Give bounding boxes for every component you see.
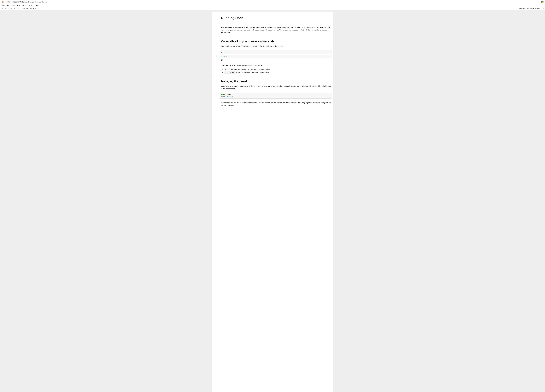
page-title: Running Code — [221, 16, 331, 21]
svg-point-1 — [2, 3, 2, 3]
menu-kernel[interactable]: Kernel — [21, 4, 27, 7]
input-prompt: [3]: — [214, 93, 220, 99]
restart-icon — [23, 8, 25, 9]
cut-icon — [8, 8, 10, 9]
list-item: Ctrl-Enter run the current cell and ente… — [224, 71, 331, 74]
markdown-cell[interactable]: Managing the Kernel Code is run in a sep… — [212, 76, 333, 92]
cell-output: 10 — [220, 59, 331, 61]
play-button-reference — [260, 45, 263, 47]
cell-type-label: Markdown — [30, 8, 37, 9]
save-icon — [2, 8, 4, 9]
menu-settings[interactable]: Settings — [27, 4, 35, 7]
checkpoint-label: Last Checkpoint: 10 months ago — [25, 1, 47, 3]
fast-forward-icon — [26, 8, 28, 9]
manage-kernel-paragraph: Code is run in a separate process called… — [221, 85, 331, 90]
output-prompt — [214, 59, 220, 61]
python-icon — [541, 0, 544, 3]
svg-rect-5 — [12, 8, 12, 9]
paste-icon — [14, 8, 16, 9]
markdown-cell[interactable]: Running Code — [212, 12, 333, 24]
stop-button-reference — [323, 85, 326, 87]
input-prompt: [1]: — [214, 50, 220, 54]
stop-icon — [324, 86, 325, 87]
jupyter-logo[interactable]: Jupyter — [2, 1, 11, 3]
chevron-down-icon — [37, 8, 39, 9]
code-input[interactable]: a = 10 — [220, 50, 331, 54]
jupyter-planet-icon — [2, 1, 4, 3]
paste-button[interactable] — [13, 7, 16, 10]
restart-button[interactable] — [22, 7, 25, 10]
copy-button[interactable] — [10, 7, 13, 10]
notebook-container: Running Code First and foremost, the Jup… — [212, 12, 333, 392]
svg-point-0 — [3, 1, 4, 1]
run-instruction: Run a code cell using Shift-Enter or pre… — [221, 45, 331, 48]
toolbar: Markdown Interface Python 3 (ipykernel) — [0, 7, 545, 10]
code-cell[interactable]: [1]: a = 10 — [212, 50, 333, 54]
menu-run[interactable]: Run — [16, 4, 21, 7]
code-input[interactable]: print(a) — [220, 55, 331, 58]
markdown-cell[interactable]: If the Kernel dies you will be prompted … — [212, 99, 333, 109]
menu-view[interactable]: View — [11, 4, 16, 7]
jupyter-logo-text: Jupyter — [5, 1, 11, 3]
markdown-cell[interactable]: First and foremost, the Jupyter Notebook… — [212, 24, 333, 36]
save-button[interactable] — [1, 7, 4, 10]
svg-point-2 — [2, 1, 2, 1]
restart-run-all-button[interactable] — [25, 7, 29, 10]
stop-icon — [20, 8, 22, 9]
menu-bar: File Edit View Run Kernel Settings Help — [0, 4, 545, 7]
interrupt-button[interactable] — [19, 7, 22, 10]
shortcuts-intro: There are two other keyboard shortcuts f… — [221, 64, 331, 67]
section-heading: Code cells allow you to enter and run co… — [221, 39, 331, 43]
list-item: Alt-Enter runs the current cell and inse… — [224, 68, 331, 71]
shift-enter-kbd: Shift-Enter — [237, 45, 249, 47]
markdown-cell[interactable]: Code cells allow you to enter and run co… — [212, 36, 333, 50]
ctrl-enter-kbd: Ctrl-Enter — [224, 71, 235, 73]
cell-type-selector[interactable]: Markdown — [30, 7, 39, 9]
add-cell-button[interactable] — [4, 7, 7, 10]
svg-rect-9 — [324, 86, 325, 87]
plus-icon — [5, 8, 6, 9]
kernel-status-idle-icon[interactable] — [542, 8, 544, 9]
menu-edit[interactable]: Edit — [6, 4, 11, 7]
alt-enter-kbd: Alt-Enter — [224, 68, 234, 70]
cut-button[interactable] — [7, 7, 10, 10]
play-icon — [17, 8, 19, 9]
segfault-paragraph: If the Kernel dies you will be prompted … — [221, 101, 331, 107]
markdown-cell-selected[interactable]: There are two other keyboard shortcuts f… — [212, 62, 333, 76]
play-icon — [261, 46, 262, 47]
header-bar: Jupyter Running Code Last Checkpoint: 10… — [0, 0, 545, 4]
interface-label[interactable]: Interface — [519, 7, 525, 9]
svg-rect-8 — [21, 8, 21, 9]
menu-help[interactable]: Help — [35, 4, 40, 7]
kernel-label[interactable]: Python 3 (ipykernel) — [527, 7, 540, 9]
input-prompt: [2]: — [214, 55, 220, 58]
code-input[interactable]: import time time.sleep(10) — [220, 93, 331, 99]
selection-marker — [213, 63, 213, 75]
code-cell[interactable]: [3]: import time time.sleep(10) — [212, 93, 333, 99]
code-cell[interactable]: [2]: print(a) 10 — [212, 55, 333, 61]
copy-icon — [11, 8, 13, 9]
notebook-title[interactable]: Running Code — [12, 1, 24, 3]
intro-paragraph: First and foremost, the Jupyter Notebook… — [221, 26, 331, 34]
menu-file[interactable]: File — [1, 4, 6, 7]
run-button[interactable] — [16, 7, 19, 10]
shortcuts-list: Alt-Enter runs the current cell and inse… — [224, 68, 331, 74]
section-heading: Managing the Kernel — [221, 79, 331, 83]
